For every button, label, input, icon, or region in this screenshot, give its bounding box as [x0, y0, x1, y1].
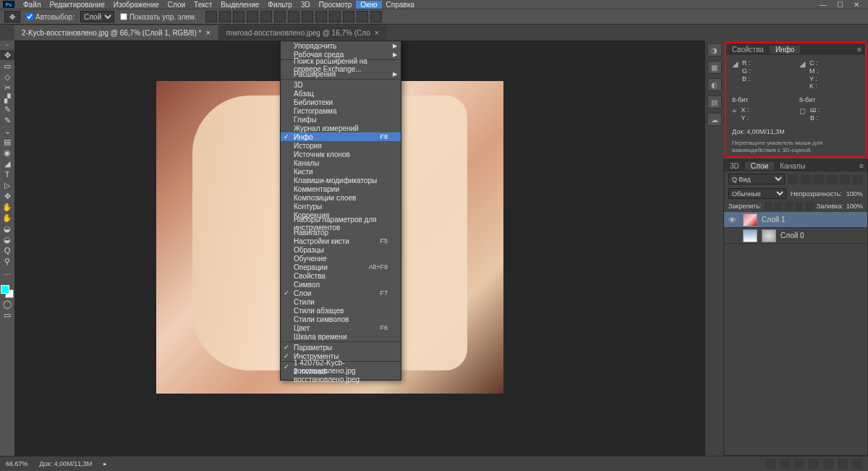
group-icon[interactable]	[823, 459, 833, 469]
filter-icon[interactable]	[814, 174, 824, 184]
layer-name[interactable]: Слой 1	[762, 216, 786, 224]
filter-icon[interactable]	[788, 174, 798, 184]
menu-окно[interactable]: Окно	[356, 1, 381, 9]
menu-item-настройки-кисти[interactable]: Настройки кистиF5	[281, 237, 401, 245]
link-icon[interactable]	[765, 459, 775, 469]
menu-item-расширения[interactable]: Расширения▶	[281, 69, 401, 78]
minimize-button[interactable]: —	[820, 1, 827, 9]
menu-item-гистограмма[interactable]: Гистограмма	[281, 106, 401, 115]
menu-item-свойства[interactable]: Свойства	[281, 271, 401, 280]
menu-item-комментарии[interactable]: Комментарии	[281, 184, 401, 193]
layer-row[interactable]: 👁Слой 1	[724, 212, 867, 228]
lock-all-icon[interactable]	[796, 202, 803, 211]
menu-item-поиск-расширений-на-сервере-exchange...[interactable]: Поиск расширений на сервере Exchange...	[281, 61, 401, 69]
tool-12[interactable]: ▷	[0, 180, 14, 190]
tab-channels[interactable]: Каналы	[774, 162, 812, 170]
foreground-color-swatch[interactable]	[1, 285, 9, 294]
filter-icon[interactable]	[827, 174, 837, 184]
tool-2[interactable]: ◇	[0, 72, 14, 82]
more-icon[interactable]	[329, 11, 341, 22]
lock-pixels-icon[interactable]	[765, 202, 772, 211]
layer-row[interactable]: Слой 0	[724, 228, 867, 244]
tool-13[interactable]: ✥	[0, 191, 14, 201]
tool-16[interactable]: ◒	[0, 224, 14, 234]
menu-3d[interactable]: 3D	[297, 1, 315, 9]
autoselect-checkbox[interactable]: Автовыбор:	[26, 13, 75, 21]
mode3d-icon[interactable]	[357, 11, 368, 22]
menu-item-история[interactable]: История	[281, 141, 401, 150]
tab-3d[interactable]: 3D	[724, 162, 745, 170]
filter-toggle-icon[interactable]	[853, 174, 863, 184]
color-panel-icon[interactable]: ◑	[707, 43, 722, 56]
menu-item-операции[interactable]: ОперацииAlt+F9	[281, 263, 401, 271]
screenmode-icon[interactable]: ▭	[0, 310, 14, 320]
menu-item-цвет[interactable]: ЦветF6	[281, 323, 401, 332]
menu-item-параметры[interactable]: ✓Параметры	[281, 343, 401, 352]
menu-просмотр[interactable]: Просмотр	[315, 1, 357, 9]
panel-menu-icon[interactable]: ≡	[854, 46, 865, 54]
fx-icon[interactable]	[780, 459, 790, 469]
menu-item-стили-символов[interactable]: Стили символов	[281, 315, 401, 323]
fill-value[interactable]: 100%	[846, 203, 863, 210]
close-tab-icon[interactable]: ×	[205, 28, 210, 37]
zoom-level[interactable]: 66.67%	[6, 460, 28, 467]
panel-menu-icon[interactable]: ≡	[856, 162, 867, 170]
menu-item-наборы-параметров-для-инструментов[interactable]: Наборы параметров для инструментов	[281, 219, 401, 228]
tool-11[interactable]: T	[0, 169, 14, 179]
canvas-area[interactable]: Упорядочить▶Рабочая среда▶Поиск расширен…	[14, 41, 705, 456]
layer-thumbnail[interactable]	[743, 229, 757, 242]
tool-18[interactable]: Q	[0, 245, 14, 255]
menu-item-стили[interactable]: Стили	[281, 297, 401, 306]
menu-item-упорядочить[interactable]: Упорядочить▶	[281, 41, 401, 50]
adjustment-icon[interactable]	[809, 459, 819, 469]
menu-item-символ[interactable]: Символ	[281, 280, 401, 289]
layer-filter-dropdown[interactable]: Q Вид	[728, 174, 785, 184]
autoselect-dropdown[interactable]: Слой	[80, 11, 114, 22]
menu-item-слои[interactable]: ✓СлоиF7	[281, 289, 401, 297]
maximize-button[interactable]: ☐	[837, 1, 843, 9]
tool-0[interactable]: ✥	[0, 50, 14, 60]
tool-15[interactable]: ✋	[0, 213, 14, 223]
tool-4[interactable]: ▞	[0, 93, 14, 103]
trash-icon[interactable]	[852, 459, 862, 469]
tool-17[interactable]: ◒	[0, 234, 14, 245]
tool-3[interactable]: ✂	[0, 82, 14, 93]
collapse-icon[interactable]: »	[0, 42, 14, 49]
show-controls-checkbox[interactable]: Показать упр. элем.	[120, 13, 197, 21]
align-icon[interactable]	[205, 11, 217, 22]
styles-panel-icon[interactable]: ▤	[707, 96, 722, 109]
close-tab-icon[interactable]: ×	[375, 28, 379, 37]
tool-9[interactable]: ◉	[0, 148, 14, 158]
libraries-panel-icon[interactable]: ☁	[707, 113, 722, 126]
menu-текст[interactable]: Текст	[190, 1, 216, 9]
menu-item-клавиши-модификаторы[interactable]: Клавиши-модификаторы	[281, 176, 401, 184]
menu-item-2-mwroad-восстановлено.jpeg[interactable]: 2 mwroad-восстановлено.jpeg	[281, 371, 401, 380]
adjustments-panel-icon[interactable]: ◐	[707, 78, 722, 91]
tool-5[interactable]: ✎	[0, 104, 14, 114]
menu-справка[interactable]: Справка	[382, 1, 419, 9]
visibility-toggle-icon[interactable]: 👁	[728, 216, 739, 224]
menu-слои[interactable]: Слои	[163, 1, 190, 9]
tool-14[interactable]: ✋	[0, 202, 14, 212]
menu-item-контуры[interactable]: Контуры	[281, 202, 401, 211]
tool-1[interactable]: ▭	[0, 61, 14, 71]
tool-8[interactable]: ▤	[0, 137, 14, 147]
distribute-icon[interactable]	[288, 11, 299, 22]
color-swatches[interactable]	[1, 285, 14, 298]
menu-item-источник-клонов[interactable]: Источник клонов	[281, 150, 401, 158]
tool-20[interactable]: …	[0, 267, 14, 277]
tab-layers[interactable]: Слои	[745, 162, 774, 170]
document-tab[interactable]: mwroad-восстановлено.jpeg @ 16,7% (Сло×	[219, 25, 386, 40]
menu-файл[interactable]: Файл	[19, 1, 46, 9]
tab-properties[interactable]: Свойства	[726, 46, 770, 54]
doc-size[interactable]: Док: 4,00M/11,3M	[40, 460, 93, 467]
align-icon[interactable]	[247, 11, 258, 22]
chevron-right-icon[interactable]: ▸	[103, 460, 107, 467]
menu-item-стили-абзацев[interactable]: Стили абзацев	[281, 306, 401, 315]
menu-item-навигатор[interactable]: Навигатор	[281, 228, 401, 237]
mode3d-icon[interactable]	[370, 11, 382, 22]
menu-item-композиции-слоев[interactable]: Композиции слоев	[281, 193, 401, 202]
menu-item-глифы[interactable]: Глифы	[281, 115, 401, 124]
quickmask-icon[interactable]: ◯	[0, 299, 14, 309]
menu-выделение[interactable]: Выделение	[216, 1, 263, 9]
